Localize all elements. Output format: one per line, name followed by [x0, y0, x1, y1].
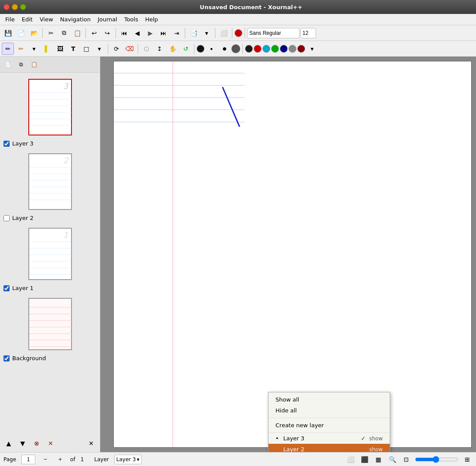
color-btn-dropdown[interactable]: ▾	[28, 43, 40, 55]
background-item[interactable]: Background	[0, 354, 100, 363]
sidebar-tb-2[interactable]: ⧉	[15, 58, 27, 71]
page-1-thumbnail[interactable]: 3	[28, 79, 72, 135]
menu-file[interactable]: File	[2, 15, 18, 24]
layer-2-item[interactable]: Layer 2	[0, 213, 100, 223]
page-3-thumbnail[interactable]: 1	[28, 228, 72, 280]
skip-icon[interactable]: ⇥	[170, 27, 183, 39]
view-btn-3[interactable]: ▦	[373, 454, 384, 465]
marker-icon[interactable]: ▌	[41, 43, 53, 55]
color-swatch-green[interactable]	[271, 45, 279, 53]
pdf-icon[interactable]: 📑	[187, 27, 200, 39]
dot-size-large[interactable]	[231, 44, 240, 53]
minimize-button[interactable]	[12, 4, 18, 10]
dropdown-layer2-item[interactable]: • Layer 2 ✓ show	[269, 444, 390, 452]
color-swatch-gray[interactable]	[289, 45, 296, 53]
shape-dropdown-icon[interactable]: ▾	[93, 43, 105, 55]
layer-selector[interactable]: Layer 3 ▾	[114, 455, 142, 464]
menu-help[interactable]: Help	[142, 15, 162, 24]
dropdown-icon[interactable]: ▾	[201, 27, 213, 39]
draw-tool-icon[interactable]: ⬡	[140, 43, 153, 55]
color-swatch-cyan[interactable]	[262, 45, 270, 53]
separator-1	[42, 28, 43, 38]
dot-size-small[interactable]: ●	[205, 43, 218, 55]
delete-layer-icon[interactable]: ⊗	[31, 437, 43, 449]
show-all-item[interactable]: Show all	[269, 394, 390, 405]
menu-edit[interactable]: Edit	[18, 15, 36, 24]
remove-layer-icon[interactable]: ✕	[44, 437, 57, 449]
font-name-input[interactable]	[247, 28, 299, 38]
hand-tool-icon[interactable]: ✋	[167, 43, 179, 55]
toolbar-main: 💾 📄 📂 ✂ ⧉ 📋 ↩ ↪ ⏮ ◀ ▶ ⏭ ⇥ 📑 ▾ ⬜	[0, 25, 476, 41]
page-minus-btn[interactable]: −	[41, 455, 50, 464]
dropdown-layer3-item[interactable]: • Layer 3 ✓ show	[269, 433, 390, 444]
canvas-area: Show all Hide all Create new layer • Lay…	[100, 57, 476, 452]
zoom-in-btn[interactable]: ⊞	[462, 454, 473, 465]
page-number-input[interactable]	[21, 455, 35, 464]
layer-1-item[interactable]: Layer 1	[0, 284, 100, 293]
maximize-button[interactable]	[20, 4, 26, 10]
last-page-icon[interactable]: ⏭	[157, 27, 170, 39]
color-swatch-navy[interactable]	[280, 45, 288, 53]
active-color-swatch[interactable]	[235, 29, 242, 37]
text-tool-icon[interactable]: T	[67, 43, 79, 55]
next-page-icon[interactable]: ▶	[144, 27, 156, 39]
page-2-num: 2	[63, 156, 68, 165]
sidebar-tb-3[interactable]: 📋	[28, 58, 40, 71]
page-4-section	[0, 293, 100, 354]
close-button[interactable]	[3, 4, 10, 10]
page-4-thumbnail[interactable]	[28, 298, 72, 350]
layer-2-checkbox[interactable]	[3, 215, 10, 221]
menu-journal[interactable]: Journal	[94, 15, 121, 24]
first-page-icon[interactable]: ⏮	[118, 27, 130, 39]
view-btn-1[interactable]: ⬜	[345, 454, 356, 465]
copy-icon[interactable]: ⧉	[58, 27, 70, 39]
hide-all-item[interactable]: Hide all	[269, 405, 390, 416]
page-2-thumbnail[interactable]: 2	[28, 153, 72, 210]
background-checkbox[interactable]	[3, 355, 10, 361]
menu-tools[interactable]: Tools	[121, 15, 142, 24]
more-colors-icon[interactable]: ▾	[306, 43, 318, 55]
color-black[interactable]	[197, 45, 204, 53]
menu-navigation[interactable]: Navigation	[57, 15, 94, 24]
open-icon[interactable]: 📂	[28, 27, 40, 39]
create-new-layer-item[interactable]: Create new layer	[269, 420, 390, 431]
color-swatch-black[interactable]	[245, 45, 253, 53]
zoom-slider[interactable]	[415, 456, 459, 463]
layer-3-item[interactable]: Layer 3	[0, 139, 100, 148]
snap-icon[interactable]: ⟳	[110, 43, 122, 55]
layer-3-checkbox[interactable]	[3, 141, 10, 147]
menu-view[interactable]: View	[36, 15, 57, 24]
close-sidebar-icon[interactable]: ✕	[85, 437, 97, 449]
sidebar-tb-1[interactable]: 📄	[2, 58, 14, 71]
cut-icon[interactable]: ✂	[45, 27, 57, 39]
redo-icon[interactable]: ↪	[101, 27, 113, 39]
layer-1-checkbox[interactable]	[3, 285, 10, 291]
save-icon[interactable]: 💾	[2, 27, 14, 39]
page-plus-btn[interactable]: +	[55, 455, 65, 464]
zoom-fit-btn[interactable]: ⊡	[401, 454, 411, 465]
paste-icon[interactable]: 📋	[71, 27, 83, 39]
font-size-input[interactable]	[300, 28, 316, 38]
refresh-icon[interactable]: ↺	[180, 43, 192, 55]
new-icon[interactable]: 📄	[15, 27, 27, 39]
color-swatch-red[interactable]	[254, 45, 262, 53]
window-controls	[3, 4, 26, 10]
window-title: Unsaved Document - Xournal++	[30, 4, 473, 10]
prev-page-icon[interactable]: ◀	[131, 27, 143, 39]
pen-tool-icon[interactable]: ✏	[2, 43, 14, 55]
dot-size-medium[interactable]: ●	[218, 43, 231, 55]
move-tool-icon[interactable]: ↕	[153, 43, 166, 55]
separator-2	[85, 28, 86, 38]
image-insert-icon[interactable]: 🖼	[54, 43, 66, 55]
shape-tool-icon[interactable]: □	[80, 43, 92, 55]
zoom-out-btn[interactable]: 🔍	[387, 454, 398, 465]
move-up-icon[interactable]: ▲	[3, 437, 15, 449]
fullscreen-icon[interactable]: ⬜	[218, 27, 230, 39]
eraser-icon[interactable]: ⌫	[123, 43, 136, 55]
move-down-icon[interactable]: ▼	[17, 437, 29, 449]
color-swatch-darkred[interactable]	[297, 45, 305, 53]
highlighter-icon[interactable]: ✏	[15, 43, 27, 55]
separator-4	[185, 28, 185, 38]
undo-icon[interactable]: ↩	[88, 27, 100, 39]
view-btn-2[interactable]: ⬛	[359, 454, 370, 465]
